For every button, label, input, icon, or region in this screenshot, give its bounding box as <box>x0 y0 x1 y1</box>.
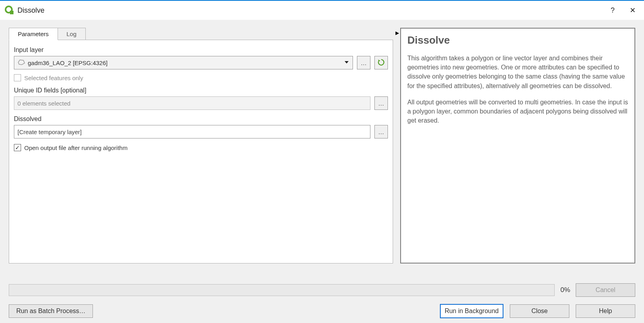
parameters-panel: Input layer gadm36_LAO_2 [EPSG:4326] <box>9 40 393 263</box>
svg-rect-1 <box>10 11 13 14</box>
close-button[interactable]: Close <box>510 304 569 318</box>
ellipsis-icon: … <box>378 100 384 107</box>
help-bottom-button[interactable]: Help <box>576 304 635 318</box>
help-title: Dissolve <box>407 34 628 46</box>
question-icon: ? <box>611 6 615 15</box>
help-label: Help <box>599 308 612 315</box>
run-in-background-button[interactable]: Run in Background <box>440 304 503 318</box>
help-paragraph-1: This algorithm takes a polygon or line v… <box>407 54 628 90</box>
help-button[interactable]: ? <box>603 2 623 19</box>
qgis-logo-icon <box>4 5 14 16</box>
window-title: Dissolve <box>17 6 44 15</box>
dialog-body: ▶ Parameters Log Input layer <box>0 20 644 323</box>
reload-icon <box>377 58 385 67</box>
help-panel: Dissolve This algorithm takes a polygon … <box>400 28 635 263</box>
help-paragraph-2: All output geometries will be converted … <box>407 98 628 125</box>
dissolved-output-field[interactable]: [Create temporary layer] <box>14 125 370 138</box>
tab-label: Parameters <box>18 31 49 37</box>
open-output-checkbox[interactable]: ✓ <box>14 144 21 151</box>
open-output-label: Open output file after running algorithm <box>24 144 127 151</box>
cancel-label: Cancel <box>596 286 615 294</box>
chevron-down-icon <box>344 60 349 66</box>
dissolved-label: Dissolved <box>14 115 388 123</box>
unique-id-field[interactable]: 0 elements selected <box>14 96 370 110</box>
close-window-button[interactable]: ✕ <box>623 2 642 19</box>
run-as-batch-button[interactable]: Run as Batch Process… <box>9 304 93 318</box>
tab-parameters[interactable]: Parameters <box>9 28 58 40</box>
polygon-layer-icon <box>17 59 25 67</box>
tab-log[interactable]: Log <box>58 28 86 40</box>
ellipsis-icon: … <box>378 129 384 135</box>
titlebar: Dissolve ? ✕ <box>0 1 644 20</box>
unique-id-label: Unique ID fields [optional] <box>14 87 388 94</box>
input-layer-label: Input layer <box>14 46 388 54</box>
tab-label: Log <box>67 31 77 37</box>
dissolved-output-value: [Create temporary layer] <box>17 129 82 135</box>
input-layer-value: gadm36_LAO_2 [EPSG:4326] <box>28 60 108 66</box>
tab-bar: Parameters Log <box>9 28 393 40</box>
check-icon: ✓ <box>15 144 20 151</box>
input-layer-combo[interactable]: gadm36_LAO_2 [EPSG:4326] <box>14 56 353 69</box>
dissolved-browse-button[interactable]: … <box>374 125 388 138</box>
unique-id-value: 0 elements selected <box>17 100 70 107</box>
iterate-layer-button[interactable] <box>374 56 388 69</box>
run-in-background-label: Run in Background <box>445 308 499 315</box>
close-label: Close <box>532 308 548 315</box>
bottom-area: 0% Cancel Run as Batch Process… Run in B… <box>9 283 635 318</box>
selected-features-only-row: Selected features only <box>14 74 388 81</box>
collapse-help-icon[interactable]: ▶ <box>395 30 399 36</box>
progress-percent: 0% <box>560 286 570 294</box>
input-layer-browse-button[interactable]: … <box>357 56 370 69</box>
run-as-batch-label: Run as Batch Process… <box>16 308 85 315</box>
ellipsis-icon: … <box>361 60 367 66</box>
left-column: ▶ Parameters Log Input layer <box>9 28 393 263</box>
selected-features-only-label: Selected features only <box>24 75 83 81</box>
progress-bar <box>9 284 555 296</box>
open-output-row: ✓ Open output file after running algorit… <box>14 144 388 151</box>
unique-id-browse-button[interactable]: … <box>374 96 388 110</box>
selected-features-only-checkbox[interactable] <box>14 74 21 81</box>
close-icon: ✕ <box>630 6 636 15</box>
cancel-button: Cancel <box>576 283 635 297</box>
